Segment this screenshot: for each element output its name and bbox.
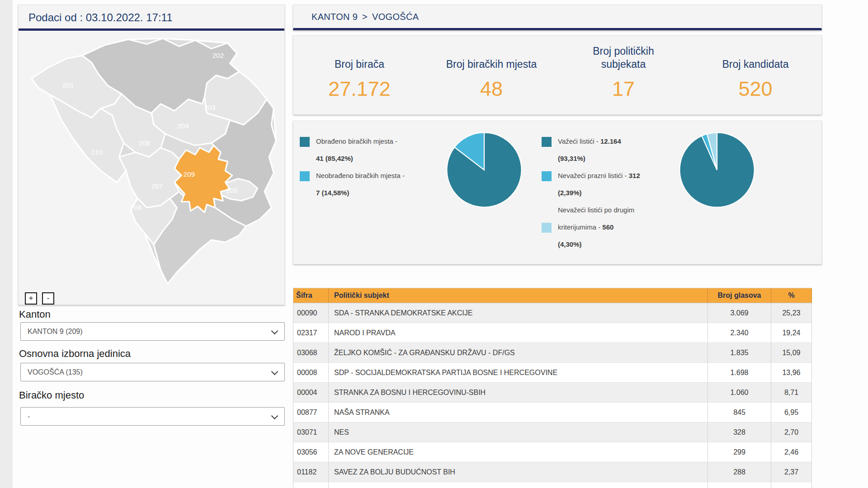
map-label-209: 209 xyxy=(183,170,195,178)
stat-value: 48 xyxy=(425,77,557,101)
stat-label: Broj političkih subjekata xyxy=(569,45,678,71)
cell-name: SAVEZ ZA BOLJU BUDUĆNOST BIH xyxy=(329,462,708,482)
table-header-row: Šifra Politički subjekt Broj glasova % xyxy=(293,288,812,303)
map-label-210: 210 xyxy=(91,148,103,156)
pie-charts-panel: Obrađeno biračkih mjesta - 41 (85,42%) N… xyxy=(293,121,822,264)
header-percent: % xyxy=(771,288,812,303)
legend-value: 12.164 xyxy=(600,137,621,145)
kanton-select[interactable]: KANTON 9 (209) xyxy=(20,322,285,341)
stat-broj-biraca: Broj birača 27.172 xyxy=(293,36,425,114)
legend-item-valid: Važeći listići - 12.164 (93,31%) xyxy=(542,133,670,167)
data-timestamp: Podaci od : 03.10.2022. 17:11 xyxy=(19,5,284,31)
map-label-201: 201 xyxy=(62,81,74,89)
legend-item-invalid-other: Nevažeći listići po drugim kriterijumima… xyxy=(542,202,670,253)
breadcrumb-separator: > xyxy=(362,12,368,22)
map-zoom-in-button[interactable]: + xyxy=(25,292,37,305)
cell-sifra: 03068 xyxy=(293,343,329,363)
legend-item-invalid-blank: Nevažeći prazni listići - 312 (2,39%) xyxy=(542,167,670,202)
cell-votes xyxy=(708,482,771,488)
header-politicki-subjekt: Politički subjekt xyxy=(329,288,708,303)
table-row: 00008SDP - SOCIJALDEMOKRATSKA PARTIJA BO… xyxy=(293,363,812,383)
biracko-mjesto-label: Biračko mjesto xyxy=(19,389,84,401)
breadcrumb-bar: KANTON 9 > VOGOŠĆA xyxy=(293,5,822,30)
ballots-pie-chart xyxy=(678,131,756,209)
results-tbody: 00090SDA - STRANKA DEMOKRATSKE AKCIJE3.0… xyxy=(293,303,812,488)
cell-votes: 1.060 xyxy=(708,383,771,403)
cell-name: STRANKA ZA BOSNU I HERCEGOVINU-SBIH xyxy=(329,383,708,403)
map-label-207: 207 xyxy=(151,182,163,190)
map-zoom-out-button[interactable]: - xyxy=(42,292,54,305)
cell-name: SDP - SOCIJALDEMOKRATSKA PARTIJA BOSNE I… xyxy=(329,363,708,383)
legend-value: 560 xyxy=(602,223,613,231)
chevron-down-icon xyxy=(271,328,278,335)
legend-swatch-blue-icon xyxy=(300,171,310,181)
cell-name: NAŠA STRANKA xyxy=(329,403,708,422)
cell-votes: 3.069 xyxy=(708,303,771,323)
table-row: 02317NAROD I PRAVDA2.34019,24 xyxy=(293,323,812,343)
map-label-205: 205 xyxy=(226,187,238,194)
izborna-jedinica-select-value: VOGOŠĆA (135) xyxy=(28,368,83,376)
stat-politickih-subjekata: Broj političkih subjekata 17 xyxy=(557,36,689,114)
polling-stations-pie-chart xyxy=(445,131,523,209)
header-broj-glasova: Broj glasova xyxy=(708,288,771,303)
page-left-gutter xyxy=(0,0,13,488)
ballots-legend: Važeći listići - 12.164 (93,31%) Nevažeć… xyxy=(542,133,670,253)
legend-swatch-teal-icon xyxy=(300,137,310,147)
map-label-202: 202 xyxy=(212,52,224,59)
stat-value: 520 xyxy=(689,77,821,101)
map-label-203: 203 xyxy=(204,103,216,111)
stat-kandidata: Broj kandidata 520 xyxy=(689,36,821,114)
legend-pct: (93,31%) xyxy=(558,155,585,162)
legend-value: 7 (14,58%) xyxy=(316,189,349,197)
cell-votes: 1.698 xyxy=(708,363,771,383)
map-label-208: 208 xyxy=(130,204,142,211)
stat-value: 17 xyxy=(557,77,689,101)
cell-sifra xyxy=(293,482,329,488)
cell-sifra: 00004 xyxy=(293,383,329,403)
biracko-mjesto-select-value: - xyxy=(28,413,30,420)
biracko-mjesto-select[interactable]: - xyxy=(20,407,285,426)
cell-votes: 1.835 xyxy=(708,343,771,363)
breadcrumb: KANTON 9 > VOGOŠĆA xyxy=(293,5,821,28)
stat-birackih-mjesta: Broj biračkih mjesta 48 xyxy=(425,36,557,114)
kanton-select-value: KANTON 9 (209) xyxy=(28,328,83,335)
cell-pct xyxy=(771,482,812,488)
legend-item-unprocessed: Neobrađeno biračkih mjesta - 7 (14,58%) xyxy=(300,167,438,202)
header-sifra: Šifra xyxy=(293,288,329,303)
cell-pct: 8,71 xyxy=(771,383,812,403)
legend-label: Obrađeno biračkih mjesta - xyxy=(316,133,397,150)
table-row: 03068ŽELJKO KOMŠIĆ - ZA GRAĐANSKU DRŽAVU… xyxy=(293,343,812,363)
kanton-label: Kanton xyxy=(19,309,51,320)
izborna-jedinica-label: Osnovna izborna jedinica xyxy=(19,348,131,360)
stat-label: Broj kandidata xyxy=(722,58,788,71)
cell-pct: 15,09 xyxy=(771,343,812,363)
table-row: 01182SAVEZ ZA BOLJU BUDUĆNOST BIH2882,37 xyxy=(293,462,812,482)
stat-label: Broj birača xyxy=(335,58,384,71)
legend-label-2: kriterijumima - xyxy=(558,223,602,231)
stat-label: Broj biračkih mjesta xyxy=(446,58,537,71)
cell-name: ŽELJKO KOMŠIĆ - ZA GRAĐANSKU DRŽAVU - DF… xyxy=(329,343,708,363)
legend-swatch-pale-blue-icon xyxy=(542,223,552,233)
legend-label: Neobrađeno biračkih mjesta - xyxy=(316,167,405,184)
legend-swatch-teal-icon xyxy=(542,137,552,147)
cell-votes: 2.340 xyxy=(708,323,771,343)
map-label-206: 206 xyxy=(138,139,150,147)
breadcrumb-municipality[interactable]: VOGOŠĆA xyxy=(372,12,419,22)
cell-pct: 2,70 xyxy=(771,422,812,442)
legend-pct: (4,30%) xyxy=(558,240,582,248)
table-row: 00877NAŠA STRANKA8456,95 xyxy=(293,403,812,422)
cell-votes: 288 xyxy=(708,462,771,482)
izborna-jedinica-select[interactable]: VOGOŠĆA (135) xyxy=(20,363,285,381)
cell-sifra: 03071 xyxy=(293,422,329,442)
cell-name: ZA NOVE GENERACIJE xyxy=(329,442,708,462)
cell-sifra: 02317 xyxy=(293,323,329,343)
cell-sifra: 03056 xyxy=(293,442,329,462)
polling-stations-legend: Obrađeno biračkih mjesta - 41 (85,42%) N… xyxy=(300,133,438,202)
legend-label: Nevažeći listići po drugim xyxy=(558,202,634,219)
cell-name: SDA - STRANKA DEMOKRATSKE AKCIJE xyxy=(329,303,708,323)
breadcrumb-kanton-link[interactable]: KANTON 9 xyxy=(311,12,358,22)
cell-votes: 299 xyxy=(708,442,771,462)
legend-pct: (2,39%) xyxy=(558,189,582,197)
legend-item-processed: Obrađeno biračkih mjesta - 41 (85,42%) xyxy=(300,133,438,167)
map-label-204: 204 xyxy=(177,122,189,130)
